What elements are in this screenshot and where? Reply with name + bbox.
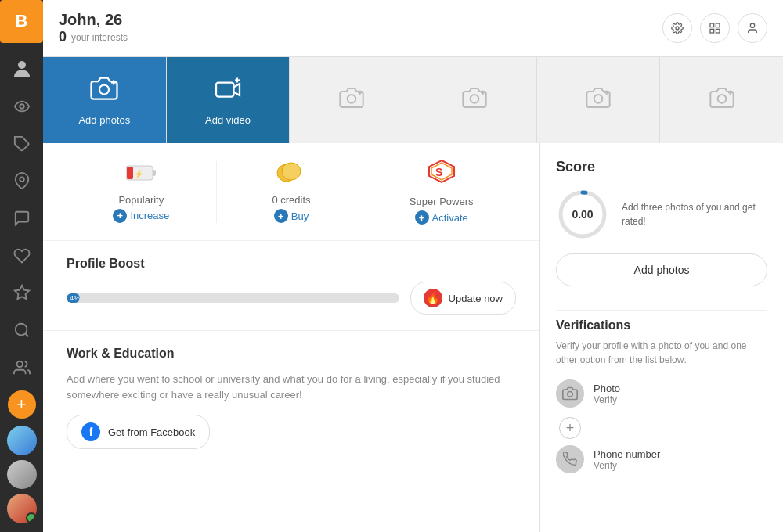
add-video-label: Add video	[205, 114, 251, 126]
header: John, 26 0 your interests	[43, 0, 783, 57]
empty-tile-1[interactable]	[290, 57, 413, 143]
superpowers-action-label: Activate	[432, 212, 468, 224]
fire-icon: 🔥	[424, 289, 442, 307]
sidebar-item-profile[interactable]	[6, 54, 38, 85]
phone-verify-text: Phone number Verify	[594, 448, 660, 471]
svg-point-0	[18, 61, 26, 69]
popularity-stat: ⚡ Popularity + Increase	[67, 161, 217, 223]
add-verification-icon[interactable]: +	[559, 417, 581, 439]
get-from-facebook-button[interactable]: f Get from Facebook	[67, 415, 210, 449]
sidebar: B +	[0, 0, 43, 532]
sidebar-item-heart[interactable]	[6, 240, 38, 271]
interests-label: your interests	[71, 32, 128, 43]
empty-tile-2[interactable]	[413, 57, 537, 143]
grid-button[interactable]	[700, 13, 730, 43]
score-add-photos-button[interactable]: Add photos	[556, 253, 767, 286]
camera-plus-icon	[90, 74, 118, 108]
header-user-info: John, 26 0 your interests	[59, 11, 128, 45]
sidebar-item-location[interactable]	[6, 165, 38, 196]
user-button[interactable]	[738, 13, 767, 43]
verifications-desc: Verify your profile with a photo of you …	[556, 339, 767, 367]
add-button[interactable]: +	[8, 390, 36, 419]
svg-rect-9	[710, 23, 714, 27]
empty-tile-4[interactable]	[660, 57, 783, 143]
svg-marker-4	[14, 286, 28, 299]
sidebar-item-people[interactable]	[6, 352, 38, 383]
phone-verify-action[interactable]: Verify	[594, 460, 660, 471]
popularity-action[interactable]: + Increase	[113, 209, 169, 223]
settings-button[interactable]	[662, 13, 692, 43]
fb-btn-label: Get from Facebook	[108, 426, 195, 438]
app-logo: B	[0, 0, 43, 43]
svg-line-6	[25, 333, 28, 336]
credits-plus-icon: +	[274, 209, 288, 223]
svg-point-5	[15, 324, 27, 336]
work-education-section: Work & Education Add where you went to s…	[43, 331, 539, 465]
avatar-1[interactable]	[7, 426, 37, 455]
superpowers-plus-icon: +	[415, 210, 429, 225]
score-title: Score	[556, 159, 767, 175]
empty-camera-icon-4	[709, 85, 734, 116]
superman-icon: S	[428, 159, 456, 189]
svg-point-7	[16, 361, 22, 366]
sidebar-item-tag[interactable]	[6, 128, 38, 160]
add-video-tile[interactable]: Add video	[167, 57, 290, 143]
svg-point-29	[717, 95, 726, 103]
add-photos-tile[interactable]: Add photos	[43, 57, 167, 143]
update-now-label: Update now	[449, 293, 503, 304]
user-name: John, 26	[59, 11, 128, 29]
photo-verify-action[interactable]: Verify	[594, 394, 620, 405]
popularity-title: Popularity	[118, 194, 164, 206]
svg-point-26	[594, 95, 603, 103]
svg-rect-11	[710, 29, 714, 33]
sidebar-item-search[interactable]	[6, 315, 38, 346]
svg-point-8	[676, 27, 679, 30]
svg-rect-17	[216, 83, 234, 97]
photo-verify-text: Photo Verify	[594, 383, 620, 405]
svg-text:S: S	[435, 166, 442, 178]
divider	[556, 310, 767, 311]
empty-tile-3[interactable]	[537, 57, 661, 143]
work-education-title: Work & Education	[67, 347, 516, 361]
avatar-2[interactable]	[7, 460, 37, 490]
facebook-icon: f	[81, 422, 100, 441]
popularity-plus-icon: +	[113, 209, 127, 223]
svg-rect-33	[153, 170, 156, 176]
right-panel: Score 0.00 Add three photos of you and g…	[540, 143, 783, 532]
svg-rect-10	[716, 23, 720, 27]
score-widget: 0.00 Add three photos of you and get rat…	[556, 188, 767, 241]
add-photos-label: Add photos	[78, 114, 130, 126]
stats-row: ⚡ Popularity + Increase 0 credits +	[43, 143, 539, 241]
boost-bar-row: 4% 🔥 Update now	[67, 282, 516, 315]
header-actions	[662, 13, 767, 43]
interests-count: 0	[59, 29, 67, 45]
update-now-button[interactable]: 🔥 Update now	[410, 282, 516, 315]
empty-camera-icon-1	[339, 85, 364, 116]
profile-boost-section: Profile Boost 4% 🔥 Update now	[43, 241, 539, 331]
score-value: 0.00	[572, 208, 593, 221]
svg-point-23	[471, 95, 479, 103]
svg-point-14	[99, 85, 109, 95]
sidebar-item-star[interactable]	[6, 277, 38, 308]
boost-progress-label: 4%	[70, 294, 80, 302]
phone-verify-icon	[556, 445, 584, 473]
superpowers-title: Super Powers	[410, 196, 474, 207]
svg-point-37	[282, 163, 301, 180]
sidebar-item-chat[interactable]	[6, 203, 38, 234]
superpowers-action[interactable]: + Activate	[415, 210, 468, 225]
empty-camera-icon-3	[586, 85, 611, 116]
score-circle: 0.00	[556, 188, 609, 241]
credits-stat: 0 credits + Buy	[217, 160, 367, 223]
boost-bar-container: 4%	[67, 293, 399, 303]
svg-text:⚡: ⚡	[134, 169, 144, 179]
avatar-3[interactable]	[7, 494, 37, 523]
credits-action[interactable]: + Buy	[274, 209, 309, 223]
photo-verify-label: Photo	[594, 383, 620, 394]
score-description: Add three photos of you and get rated!	[622, 200, 767, 228]
credits-action-label: Buy	[291, 210, 309, 222]
svg-point-43	[568, 392, 573, 397]
svg-point-3	[20, 178, 24, 182]
sidebar-item-eye[interactable]	[6, 91, 38, 122]
phone-verify-label: Phone number	[594, 448, 660, 460]
credits-title: 0 credits	[272, 194, 310, 206]
